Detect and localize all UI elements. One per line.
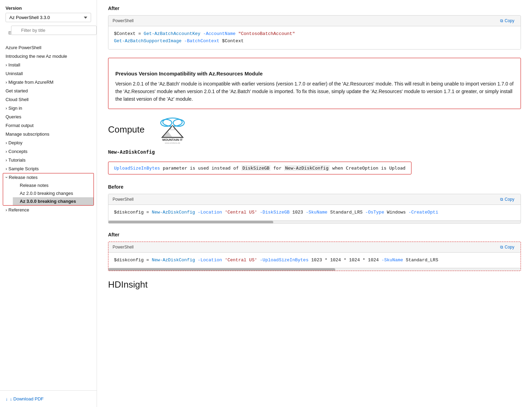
code-block-after-1: PowerShell ⧉ Copy $Context = Get-AzBatch…	[108, 15, 521, 49]
copy-button-after-2[interactable]: ⧉ Copy	[498, 244, 516, 250]
sidebar-item-uninstall[interactable]: Uninstall	[0, 69, 97, 78]
code-lang-label-before: PowerShell	[113, 197, 134, 202]
main-content: After PowerShell ⧉ Copy $Context = Get-A…	[97, 0, 532, 407]
mountain-it-logo: MOUNTAIN IT www.ericberg.de	[152, 116, 193, 144]
param-note-cmd: New-AzDiskConfig	[284, 165, 329, 171]
version-label: Version	[0, 6, 97, 13]
after-label-1: After	[108, 6, 521, 11]
svg-text:MOUNTAIN IT: MOUNTAIN IT	[162, 138, 183, 142]
copy-button-before[interactable]: ⧉ Copy	[498, 196, 516, 202]
sidebar-item-concepts[interactable]: ›Concepts	[0, 147, 97, 156]
version-select[interactable]: Az PowerShell 3.3.0	[6, 13, 91, 22]
sidebar-item-azure-powershell[interactable]: Azure PowerShell	[0, 43, 97, 52]
code-body-after-2: $diskconfig = New-AzDiskConfig -Location…	[108, 253, 521, 268]
warning-title: Previous Version Incompatibility with Az…	[115, 71, 514, 76]
compute-heading: Compute	[108, 124, 145, 135]
code-body-1: $Context = Get-AzBatchAccountKey -Accoun…	[108, 26, 521, 49]
svg-marker-4	[162, 130, 172, 137]
sidebar-item-get-started[interactable]: Get started	[0, 87, 97, 95]
code-block-before: PowerShell ⧉ Copy $diskconfig = New-AzDi…	[108, 194, 521, 224]
scroll-bar-after-2	[108, 268, 335, 271]
chevron-right-icon: ›	[6, 166, 7, 171]
sidebar-item-introducing-az[interactable]: Introducing the new Az module	[0, 52, 97, 61]
copy-icon-after-2: ⧉	[500, 245, 503, 250]
code-header-before: PowerShell ⧉ Copy	[108, 194, 521, 205]
before-label: Before	[108, 184, 521, 190]
before-section: Before PowerShell ⧉ Copy $diskconfig = N…	[108, 184, 521, 224]
code-header-after-2: PowerShell ⧉ Copy	[108, 242, 521, 253]
chevron-right-icon: ›	[6, 157, 7, 163]
scroll-indicator-before[interactable]	[108, 220, 521, 223]
filter-wrap: ⊟	[6, 26, 91, 39]
sidebar-item-az200-breaking[interactable]: Az 2.0.0 breaking changes	[13, 189, 94, 197]
after-section-1: After PowerShell ⧉ Copy $Context = Get-A…	[108, 6, 521, 49]
sidebar-item-cloud-shell[interactable]: Cloud Shell	[0, 95, 97, 104]
mountain-logo-svg: MOUNTAIN IT www.ericberg.de	[152, 116, 193, 144]
sidebar-item-sign-in[interactable]: ›Sign in	[0, 104, 97, 112]
cmdlet-name: New-AzDiskConfig	[108, 149, 155, 155]
after-label-2: After	[108, 232, 521, 237]
sidebar-item-migrate[interactable]: ›Migrate from AzureRM	[0, 78, 97, 87]
code-header-1: PowerShell ⧉ Copy	[108, 16, 521, 26]
sidebar-item-az300-breaking[interactable]: Az 3.0.0 breaking changes	[13, 197, 94, 205]
sidebar: Version Az PowerShell 3.3.0 ⊟ Azure Powe…	[0, 0, 97, 407]
code-lang-label-after-2: PowerShell	[113, 245, 134, 250]
chevron-right-icon: ›	[6, 140, 7, 145]
chevron-down-icon: ›	[4, 177, 9, 178]
chevron-right-icon: ›	[6, 62, 7, 67]
download-icon: ↓	[6, 396, 8, 401]
cmdlet-label: New-AzDiskConfig	[108, 149, 521, 155]
sidebar-item-tutorials[interactable]: ›Tutorials	[0, 156, 97, 164]
release-notes-group: › Release notes Release notes Az 2.0.0 b…	[3, 173, 94, 206]
sidebar-item-release-notes[interactable]: Release notes	[13, 181, 94, 189]
sidebar-item-manage-subscriptions[interactable]: Manage subscriptions	[0, 130, 97, 138]
hdinsight-heading: HDInsight	[108, 279, 521, 290]
sidebar-item-reference[interactable]: ›Reference	[0, 206, 97, 214]
sidebar-item-format-output[interactable]: Format output	[0, 121, 97, 130]
param-note-disk: DiskSizeGB	[241, 165, 271, 171]
release-notes-group-label[interactable]: › Release notes	[3, 173, 94, 181]
warning-box: Previous Version Incompatibility with Az…	[108, 58, 521, 109]
param-note-box: UploadSizeInBytes parameter is used inst…	[108, 162, 411, 174]
after-section-2: After PowerShell ⧉ Copy $diskconfig = Ne…	[108, 232, 521, 271]
code-body-before: $diskconfig = New-AzDiskConfig -Location…	[108, 205, 521, 220]
copy-icon-1: ⧉	[500, 18, 503, 23]
chevron-right-icon: ›	[6, 80, 7, 85]
param-note-upload: UploadSizeInBytes	[114, 165, 160, 171]
warning-body: Version 2.0.1 of the 'Az.Batch' module i…	[115, 80, 514, 103]
param-note-text: parameter is used instead of	[160, 165, 241, 171]
sidebar-item-queries[interactable]: Queries	[0, 112, 97, 121]
sidebar-item-sample-scripts[interactable]: ›Sample Scripts	[0, 164, 97, 173]
sidebar-item-install[interactable]: ›Install	[0, 61, 97, 69]
compute-header: Compute MOUNTAIN IT www.ericberg.de	[108, 116, 521, 144]
sidebar-item-deploy[interactable]: ›Deploy	[0, 138, 97, 147]
scroll-indicator-after-2[interactable]	[108, 268, 521, 271]
release-notes-children: Release notes Az 2.0.0 breaking changes …	[3, 181, 94, 205]
filter-input[interactable]	[11, 26, 97, 35]
chevron-right-icon: ›	[6, 149, 7, 154]
code-block-after-2: PowerShell ⧉ Copy $diskconfig = New-AzDi…	[108, 242, 521, 271]
param-note-for: for	[271, 165, 284, 171]
param-note-when: when CreateOption is Upload	[330, 165, 406, 171]
chevron-right-icon: ›	[6, 106, 7, 111]
download-pdf-link[interactable]: ↓ ↓ Download PDF	[0, 390, 97, 407]
chevron-right-icon: ›	[6, 207, 7, 212]
copy-button-1[interactable]: ⧉ Copy	[498, 18, 516, 24]
copy-icon-before: ⧉	[500, 197, 503, 202]
svg-text:www.ericberg.de: www.ericberg.de	[164, 142, 180, 144]
code-lang-label-1: PowerShell	[113, 18, 134, 23]
scroll-bar-before	[108, 221, 273, 224]
